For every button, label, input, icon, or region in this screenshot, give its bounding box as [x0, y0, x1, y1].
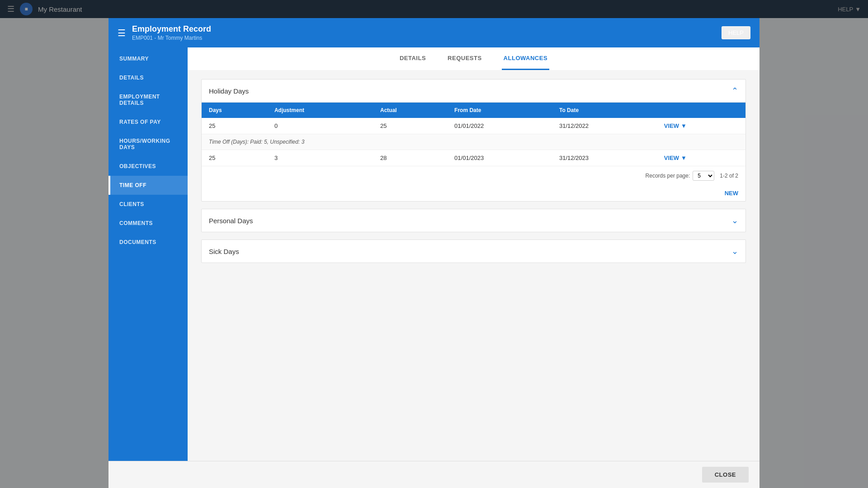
pagination-info: 1-2 of 2: [720, 173, 738, 179]
personal-days-title: Personal Days: [209, 217, 253, 225]
modal-body: SUMMARY DETAILS EMPLOYMENT DETAILS RATES…: [108, 47, 760, 461]
table-header-row: Days Adjustment Actual From Date To Date: [202, 103, 745, 118]
modal-subtitle: EMP001 - Mr Tommy Martins: [132, 35, 211, 41]
row1-actual: 25: [373, 118, 447, 134]
modal-overlay: ☰ Employment Record EMP001 - Mr Tommy Ma…: [0, 0, 868, 488]
records-per-page-select[interactable]: 5 10 25: [693, 171, 714, 181]
row1-info: Time Off (Days): Paid: 5, Unspecified: 3: [202, 134, 745, 150]
col-actions: [657, 103, 745, 118]
row2-adjustment: 3: [267, 150, 373, 166]
personal-days-section: Personal Days ⌄: [201, 209, 746, 232]
modal-header-text: Employment Record EMP001 - Mr Tommy Mart…: [132, 24, 211, 41]
modal-header: ☰ Employment Record EMP001 - Mr Tommy Ma…: [108, 18, 760, 47]
sidebar: SUMMARY DETAILS EMPLOYMENT DETAILS RATES…: [108, 47, 188, 461]
table-info-row: Time Off (Days): Paid: 5, Unspecified: 3: [202, 134, 745, 150]
sidebar-item-objectives[interactable]: OBJECTIVES: [108, 157, 188, 176]
sick-days-header[interactable]: Sick Days ⌄: [202, 240, 745, 263]
employment-record-modal: ☰ Employment Record EMP001 - Mr Tommy Ma…: [108, 18, 760, 488]
row2-view-cell: VIEW ▼: [657, 150, 745, 166]
sidebar-item-comments[interactable]: COMMENTS: [108, 214, 188, 233]
row2-from-date: 01/01/2023: [447, 150, 552, 166]
sick-days-chevron-down-icon: ⌄: [731, 246, 738, 256]
row2-view-button[interactable]: VIEW ▼: [664, 155, 738, 161]
row1-from-date: 01/01/2022: [447, 118, 552, 134]
col-actual: Actual: [373, 103, 447, 118]
main-content: DETAILS REQUESTS ALLOWANCES Holiday Days…: [188, 47, 760, 461]
holiday-days-section: Holiday Days ⌃ Days Adjustment Actual Fr…: [201, 79, 746, 202]
modal-header-left: ☰ Employment Record EMP001 - Mr Tommy Ma…: [118, 24, 211, 41]
modal-title: Employment Record: [132, 24, 211, 34]
table-row: 25 3 28 01/01/2023 31/12/2023 VIEW ▼: [202, 150, 745, 166]
records-per-page: Records per page: 5 10 25: [646, 171, 715, 181]
col-from-date: From Date: [447, 103, 552, 118]
new-button-container: NEW: [202, 185, 745, 201]
row2-actual: 28: [373, 150, 447, 166]
row2-to-date: 31/12/2023: [552, 150, 657, 166]
holiday-days-chevron-up-icon: ⌃: [731, 86, 738, 96]
col-days: Days: [202, 103, 267, 118]
tab-bar: DETAILS REQUESTS ALLOWANCES: [188, 47, 760, 70]
row1-days: 25: [202, 118, 267, 134]
row1-adjustment: 0: [267, 118, 373, 134]
sidebar-item-details[interactable]: DETAILS: [108, 68, 188, 87]
tab-details[interactable]: DETAILS: [398, 47, 428, 70]
close-button[interactable]: CLOSE: [702, 467, 749, 483]
row1-view-button[interactable]: VIEW ▼: [664, 122, 738, 129]
sick-days-section: Sick Days ⌄: [201, 239, 746, 263]
sick-days-title: Sick Days: [209, 248, 239, 255]
records-per-page-label: Records per page:: [646, 173, 690, 179]
row1-view-cell: VIEW ▼: [657, 118, 745, 134]
sidebar-item-rates-of-pay[interactable]: RATES OF PAY: [108, 113, 188, 131]
chevron-down-icon: ▼: [681, 155, 687, 161]
personal-days-header[interactable]: Personal Days ⌄: [202, 209, 745, 232]
chevron-down-icon: ▼: [681, 122, 687, 129]
table-footer: Records per page: 5 10 25 1-2 of 2: [202, 166, 745, 185]
sidebar-item-hours-working-days[interactable]: HOURS/WORKING DAYS: [108, 131, 188, 157]
new-button[interactable]: NEW: [202, 185, 745, 201]
personal-days-chevron-down-icon: ⌄: [731, 216, 738, 225]
sidebar-item-clients[interactable]: CLIENTS: [108, 195, 188, 214]
holiday-days-header[interactable]: Holiday Days ⌃: [202, 80, 745, 103]
modal-menu-icon[interactable]: ☰: [118, 28, 126, 38]
col-adjustment: Adjustment: [267, 103, 373, 118]
row2-days: 25: [202, 150, 267, 166]
sidebar-item-summary[interactable]: SUMMARY: [108, 49, 188, 68]
col-to-date: To Date: [552, 103, 657, 118]
tab-allowances[interactable]: ALLOWANCES: [502, 47, 549, 70]
sidebar-item-employment-details[interactable]: EMPLOYMENT DETAILS: [108, 87, 188, 113]
holiday-days-title: Holiday Days: [209, 87, 249, 95]
holiday-days-table: Days Adjustment Actual From Date To Date: [202, 103, 745, 166]
tab-requests[interactable]: REQUESTS: [446, 47, 484, 70]
sidebar-item-time-off[interactable]: TIME OFF: [108, 176, 188, 195]
table-row: 25 0 25 01/01/2022 31/12/2022 VIEW ▼: [202, 118, 745, 134]
modal-help-button[interactable]: HELP: [722, 26, 750, 39]
row1-to-date: 31/12/2022: [552, 118, 657, 134]
modal-footer: CLOSE: [108, 461, 760, 488]
sidebar-item-documents[interactable]: DOCUMENTS: [108, 233, 188, 252]
